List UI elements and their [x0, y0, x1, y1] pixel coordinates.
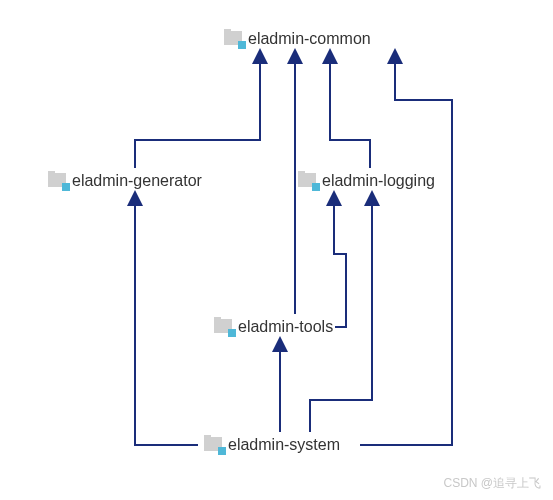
module-label: eladmin-system — [228, 436, 340, 454]
diagram-canvas: eladmin-common eladmin-generator eladmin… — [0, 0, 553, 500]
module-label: eladmin-logging — [322, 172, 435, 190]
folder-icon — [204, 437, 224, 453]
folder-icon — [224, 31, 244, 47]
folder-icon — [214, 319, 234, 335]
module-node-tools: eladmin-tools — [214, 318, 333, 336]
module-label: eladmin-common — [248, 30, 371, 48]
watermark: CSDN @追寻上飞 — [443, 475, 541, 492]
module-node-common: eladmin-common — [224, 30, 371, 48]
module-node-logging: eladmin-logging — [298, 172, 435, 190]
module-node-system: eladmin-system — [204, 436, 340, 454]
module-label: eladmin-tools — [238, 318, 333, 336]
folder-icon — [48, 173, 68, 189]
module-label: eladmin-generator — [72, 172, 202, 190]
module-node-generator: eladmin-generator — [48, 172, 202, 190]
folder-icon — [298, 173, 318, 189]
arrows-layer — [0, 0, 553, 500]
